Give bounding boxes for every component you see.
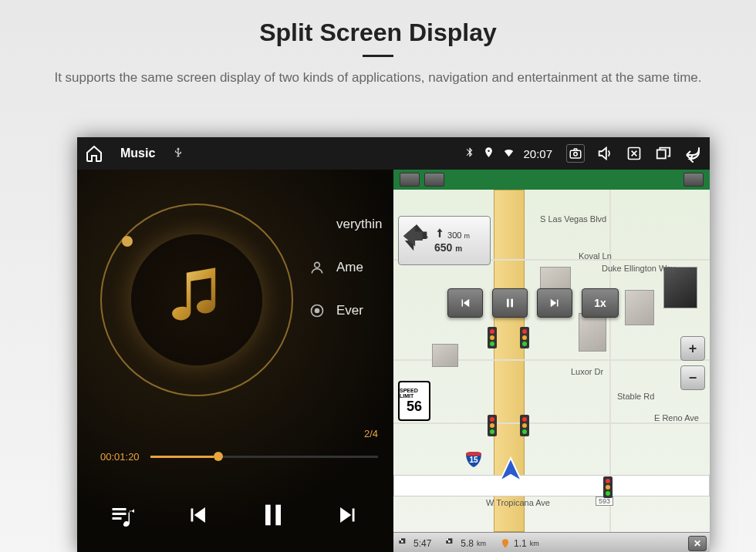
navigation-panel: S Las Vegas Blvd Koval Ln Duke Ellington…	[393, 170, 710, 552]
sim-controls: 1x	[447, 288, 619, 318]
svg-rect-0	[570, 150, 581, 158]
track-meta: verythin Ame Ever	[309, 216, 383, 319]
svg-point-4	[315, 262, 320, 268]
interstate-shield-icon: 15	[464, 450, 483, 469]
current-position-icon	[495, 455, 526, 486]
flag-distance-icon	[445, 537, 457, 550]
street-label: Duke Ellington Way	[602, 264, 676, 273]
svg-point-21	[490, 417, 494, 422]
svg-point-17	[522, 329, 527, 334]
street-label: Stable Rd	[617, 392, 654, 401]
svg-text:15: 15	[469, 456, 478, 464]
svg-point-18	[522, 335, 527, 340]
street-label: W Tropicana Ave	[486, 498, 550, 507]
page-title: Split Screen Display	[31, 19, 725, 47]
track-counter: 2/4	[364, 428, 378, 439]
cross-road	[393, 475, 710, 496]
page-header: Split Screen Display It supports the sam…	[0, 0, 756, 102]
bluetooth-icon	[464, 146, 475, 160]
svg-rect-36	[447, 538, 449, 540]
street-label: Luxor Dr	[571, 367, 603, 376]
remaining-distance: 1.1km	[500, 538, 539, 549]
zoom-out-button[interactable]: −	[680, 365, 705, 390]
eta-display: 5:47	[398, 537, 431, 550]
svg-point-31	[606, 491, 610, 496]
street-label: E Reno Ave	[654, 413, 699, 422]
traffic-light-icon	[488, 415, 497, 436]
flag-clock-icon	[398, 537, 410, 550]
street-label: S Las Vegas Blvd	[540, 214, 606, 224]
app-title: Music	[120, 146, 155, 160]
previous-button[interactable]	[179, 496, 216, 533]
artist-name: Ame	[336, 260, 363, 275]
song-title: verythin	[336, 217, 383, 232]
svg-rect-10	[507, 299, 509, 308]
playlist-button[interactable]	[104, 496, 141, 533]
sim-pause-button[interactable]	[492, 288, 528, 318]
svg-point-15	[490, 342, 494, 346]
sim-next-button[interactable]	[537, 288, 572, 318]
traffic-light-icon	[520, 415, 529, 436]
speed-limit-sign: SPEED LIMIT 56	[398, 381, 430, 421]
pin-icon	[500, 538, 511, 549]
svg-rect-11	[511, 299, 513, 308]
traffic-light-icon	[488, 327, 497, 348]
svg-point-23	[490, 429, 494, 434]
close-icon[interactable]	[625, 144, 643, 163]
wifi-icon	[502, 146, 515, 161]
street-label: Koval Ln	[579, 251, 612, 261]
svg-rect-3	[657, 150, 666, 158]
music-panel: verythin Ame Ever 2/4 00:01:20	[77, 170, 393, 552]
map-canvas[interactable]: S Las Vegas Blvd Koval Ln Duke Ellington…	[393, 190, 710, 532]
traffic-light-icon	[603, 476, 613, 498]
svg-point-13	[490, 329, 494, 334]
nav-menu-button[interactable]	[400, 173, 420, 187]
home-icon[interactable]	[85, 144, 103, 163]
svg-rect-33	[399, 538, 401, 540]
traffic-light-icon	[520, 327, 529, 348]
usb-icon[interactable]	[172, 146, 184, 161]
pause-button[interactable]	[255, 496, 292, 533]
svg-rect-34	[401, 540, 403, 543]
song-icon	[309, 216, 326, 233]
music-note-icon	[154, 257, 239, 342]
album-icon	[309, 302, 326, 319]
svg-point-22	[490, 423, 494, 428]
progress-bar[interactable]: 00:01:20	[100, 451, 378, 463]
turn-left-icon	[402, 223, 431, 258]
total-distance: 5.8km	[445, 537, 486, 550]
turn-ahead-icon	[434, 227, 445, 238]
album-name: Ever	[336, 303, 363, 318]
next-button[interactable]	[329, 496, 366, 533]
recent-apps-icon[interactable]	[654, 144, 673, 163]
location-icon	[483, 146, 494, 160]
back-icon[interactable]	[683, 144, 702, 163]
svg-point-30	[606, 485, 610, 490]
svg-point-19	[522, 342, 527, 346]
nav-view-button[interactable]	[424, 173, 444, 187]
screenshot-icon[interactable]	[566, 144, 585, 163]
svg-point-6	[316, 309, 319, 313]
svg-rect-37	[448, 540, 451, 543]
device-screen: Music 20:07	[77, 137, 710, 552]
volume-icon[interactable]	[596, 144, 614, 163]
album-art[interactable]	[100, 204, 293, 396]
svg-point-14	[490, 335, 494, 340]
sim-speed-button[interactable]: 1x	[582, 288, 619, 318]
svg-point-26	[522, 423, 527, 428]
svg-point-1	[574, 153, 578, 157]
nav-option-button[interactable]	[683, 173, 704, 187]
zoom-in-button[interactable]: +	[680, 336, 705, 361]
nav-close-button[interactable]: ✕	[688, 536, 707, 551]
title-underline	[363, 55, 393, 57]
sim-prev-button[interactable]	[447, 288, 483, 318]
status-icons: 20:07	[464, 146, 552, 161]
elapsed-time: 00:01:20	[100, 451, 140, 463]
turn-instruction: 300 m 650 m	[398, 216, 491, 265]
svg-point-25	[522, 417, 527, 422]
clock-time: 20:07	[523, 147, 552, 160]
page-subtitle: It supports the same screen display of t…	[39, 68, 717, 88]
svg-point-27	[522, 429, 527, 434]
status-bar: Music 20:07	[77, 137, 710, 170]
svg-rect-7	[265, 505, 271, 526]
